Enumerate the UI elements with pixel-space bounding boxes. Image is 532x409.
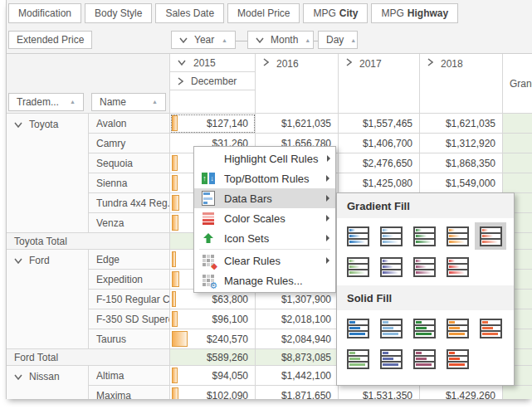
column-field-chip-day[interactable]: Day ▲ [318,31,358,49]
cell-maxima-grand[interactable] [503,386,532,399]
cell-maxima-2017[interactable]: $1,531,350 [339,386,420,399]
row-header-edge[interactable]: Edge [89,250,170,270]
cell-f350-2015[interactable]: $96,100 [170,309,256,329]
swatch-solid-purple[interactable] [375,345,407,372]
cell-altima-2015[interactable]: $94,050 [170,366,256,386]
expand-icon[interactable] [263,58,269,66]
cell-sequoia-2017[interactable]: $2,476,650 [339,153,420,173]
swatch-gradient-maroon[interactable] [408,253,440,280]
cell-avalon-grand[interactable] [503,114,532,134]
row-header-avalon[interactable]: Avalon [89,114,170,134]
menu-item-data-bars[interactable]: Data Bars [194,188,335,208]
row-total-toyota[interactable]: Toyota Total [7,233,170,250]
cell-maxima-2018[interactable]: $1,429,260 [420,386,503,399]
filter-chip-mpg-highway[interactable]: MPGHighway [371,3,458,23]
column-header-december[interactable]: December [170,72,256,90]
row-total-ford[interactable]: Ford Total [7,349,170,366]
cell-taurus-2016[interactable]: $2,084,940 [256,329,339,349]
collapse-icon[interactable] [14,374,22,380]
column-header-2015[interactable]: 2015 [170,54,256,72]
cell-ford-total-2016[interactable]: $8,873,085 [256,349,339,366]
swatch-gradient-red[interactable] [442,253,473,280]
row-header-camry[interactable]: Camry [89,134,170,153]
swatch-gradient-orange[interactable] [442,222,473,250]
cell-ford-total-2015[interactable]: $589,260 [170,349,256,366]
cell-altima-2016[interactable]: $1,442,100 [256,366,339,386]
swatch-gradient-light-green[interactable] [342,253,373,280]
expand-icon[interactable] [178,77,183,85]
cell-taurus-2015[interactable]: $240,570 [170,329,256,349]
expand-icon[interactable] [346,58,352,66]
row-header-maxima[interactable]: Maxima [89,386,170,399]
filter-chip-sales-date[interactable]: Sales Date [155,3,224,23]
row-header-sienna[interactable]: Sienna [89,173,170,193]
swatch-gradient-purple[interactable] [375,253,407,280]
cell-avalon-2017[interactable]: $1,557,465 [339,114,420,134]
cell-sequoia-2018[interactable]: $1,868,350 [420,153,503,173]
row-header-f150[interactable]: F-150 Regular CA... [89,290,170,309]
chevron-down-icon[interactable] [179,37,188,43]
cell-maxima-2016[interactable]: $1,871,650 [256,386,339,399]
menu-item-color-scales[interactable]: Color Scales [194,208,335,228]
menu-item-top-bottom-rules[interactable]: ↑↓ Top/Bottom Rules [194,168,335,188]
filter-chip-label: MPG [381,7,403,19]
column-header-2017[interactable]: 2017 [339,54,420,114]
row-group-toyota[interactable]: Toyota [7,114,89,233]
cell-maxima-2015[interactable]: $102,090 [170,386,256,399]
menu-item-icon-sets[interactable]: Icon Sets [194,228,335,248]
column-header-2018[interactable]: 2018 [420,54,503,114]
cell-avalon-2016[interactable]: $1,621,035 [256,114,339,134]
collapse-icon[interactable] [178,60,186,66]
cell-camry-2017[interactable]: $1,406,700 [339,134,420,153]
swatch-solid-light-blue[interactable] [375,314,407,342]
collapse-icon[interactable] [14,258,22,264]
menu-item-manage-rules[interactable]: ⚙ Manage Rules... [194,270,335,290]
chevron-down-icon[interactable] [256,37,264,43]
row-header-expedition[interactable]: Expedition [89,270,170,290]
row-group-nissan[interactable]: Nissan [7,366,89,399]
cell-sienna-grand[interactable] [503,173,532,193]
row-header-f350[interactable]: F-350 SD Superc... [89,309,170,329]
filter-chip-model-price[interactable]: Model Price [227,3,300,23]
row-header-venza[interactable]: Venza [89,213,170,233]
row-group-ford[interactable]: Ford [7,250,89,349]
swatch-solid-maroon[interactable] [408,345,440,372]
cell-camry-2018[interactable]: $1,312,920 [420,134,503,153]
filter-chip-modification[interactable]: Modification [8,3,81,23]
swatch-solid-green[interactable] [408,314,440,342]
cell-camry-grand[interactable] [503,134,532,153]
collapse-icon[interactable] [14,122,22,128]
swatch-solid-orange-red[interactable] [475,314,506,342]
cell-avalon-2015[interactable]: $127,140 [170,114,256,134]
solid-swatch-grid [337,310,514,377]
row-header-taurus[interactable]: Taurus [89,329,170,349]
column-field-chip-year[interactable]: Year ▲ [171,31,236,49]
column-field-chip-month[interactable]: Month ▲ [247,31,314,49]
swatch-solid-red[interactable] [442,345,473,372]
menu-item-clear-rules[interactable]: ◆ Clear Rules [194,251,335,270]
cell-f350-2016[interactable]: $2,018,100 [256,309,339,329]
cell-sienna-2018[interactable]: $1,549,000 [420,173,503,193]
column-header-grand-total[interactable]: Grand Total [503,54,532,114]
row-field-chip-trademark[interactable]: Tradem... ▲ [8,93,84,111]
cell-sequoia-grand[interactable] [503,153,532,173]
swatch-gradient-orange-red[interactable] [475,222,506,250]
row-header-sequoia[interactable]: Sequoia [89,153,170,173]
row-field-chip-name[interactable]: Name ▲ [91,93,166,111]
filter-chip-mpg-city[interactable]: MPGCity [303,3,368,23]
menu-item-highlight-cell-rules[interactable]: Highlight Cell Rules [194,149,335,168]
cell-sienna-2017[interactable]: $1,425,080 [339,173,420,193]
swatch-gradient-blue[interactable] [342,222,373,250]
column-header-2016[interactable]: 2016 [256,54,339,114]
swatch-gradient-light-blue[interactable] [375,222,407,250]
filter-chip-body-style[interactable]: Body Style [85,3,152,23]
data-field-chip-extended-price[interactable]: Extended Price [8,31,92,49]
swatch-gradient-green[interactable] [408,222,440,250]
swatch-solid-blue[interactable] [342,314,373,342]
row-header-altima[interactable]: Altima [89,366,170,386]
expand-icon[interactable] [427,58,433,66]
row-header-tundra[interactable]: Tundra 4x4 Reg. ... [89,193,170,213]
swatch-solid-light-green[interactable] [342,345,373,372]
swatch-solid-orange[interactable] [442,314,473,342]
cell-avalon-2018[interactable]: $1,621,035 [420,114,503,134]
